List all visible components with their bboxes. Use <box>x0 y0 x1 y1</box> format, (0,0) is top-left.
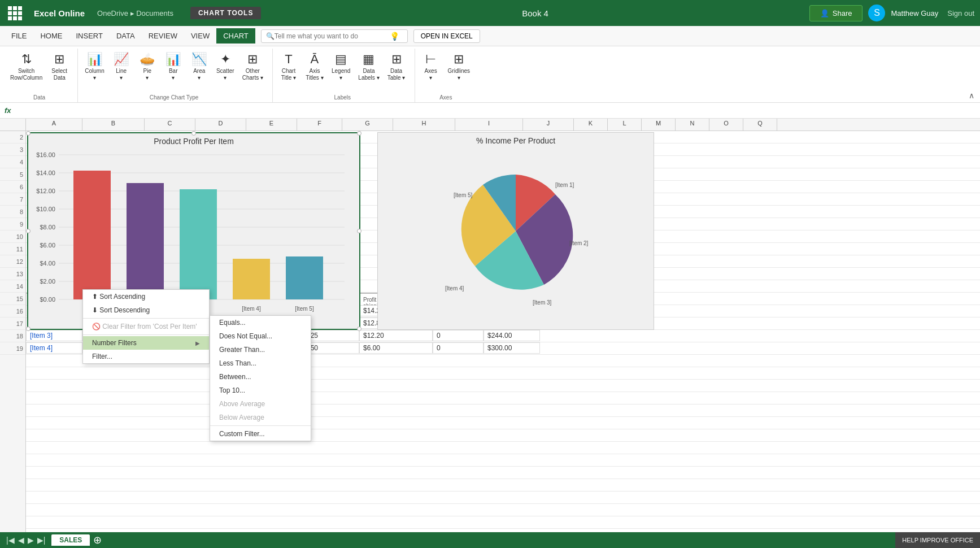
resize-handle-br[interactable] <box>357 327 361 331</box>
nav-first-button[interactable]: |◀ <box>6 536 15 545</box>
cell-item4-profit[interactable]: $6.00 <box>359 342 433 354</box>
col-header-f[interactable]: F <box>297 119 342 131</box>
ribbon-collapse-button[interactable]: ∧ <box>966 89 977 102</box>
row-18[interactable]: 18 <box>0 330 25 342</box>
greater-than-item[interactable]: Greater Than... <box>210 343 311 356</box>
chart-title-button[interactable]: T ChartTitle ▾ <box>276 50 301 84</box>
resize-handle-bl[interactable] <box>26 327 31 331</box>
resize-handle-ml[interactable] <box>26 229 31 233</box>
axes-button[interactable]: ⊢ Axes▾ <box>419 50 443 84</box>
data-labels-button[interactable]: ▦ DataLabels ▾ <box>355 50 382 84</box>
row-14[interactable]: 14 <box>0 280 25 293</box>
select-data-button[interactable]: ⊞ SelectData <box>47 50 72 84</box>
nav-prev-button[interactable]: ◀ <box>18 536 24 545</box>
number-filters-item[interactable]: Number Filters ▶ <box>83 336 209 350</box>
legend-button[interactable]: ▤ Legend▾ <box>328 50 354 84</box>
row-17[interactable]: 17 <box>0 318 25 330</box>
col-header-g[interactable]: G <box>342 119 393 131</box>
nav-next-button[interactable]: ▶ <box>28 536 34 545</box>
gridlines-button[interactable]: ⊞ Gridlines▾ <box>445 50 473 84</box>
col-header-c[interactable]: C <box>145 119 195 131</box>
resize-handle-tl[interactable] <box>26 131 31 136</box>
row-15[interactable]: 15 <box>0 293 25 305</box>
open-in-excel-button[interactable]: OPEN IN EXCEL <box>413 29 480 43</box>
row-2[interactable]: 2 <box>0 131 25 143</box>
row-13[interactable]: 13 <box>0 268 25 280</box>
menu-insert[interactable]: INSERT <box>69 28 109 44</box>
menu-data[interactable]: DATA <box>110 28 142 44</box>
sign-out-link[interactable]: Sign out <box>947 9 974 18</box>
pie-chart-container[interactable]: % Income Per Product <box>377 132 654 330</box>
row-7[interactable]: 7 <box>0 193 25 206</box>
area-chart-button[interactable]: 📉 Area▾ <box>187 50 212 84</box>
col-header-b[interactable]: B <box>82 119 145 131</box>
col-header-o[interactable]: O <box>709 119 743 131</box>
axis-titles-button[interactable]: Ā AxisTitles ▾ <box>302 50 327 84</box>
col-header-d[interactable]: D <box>195 119 246 131</box>
col-header-e[interactable]: E <box>246 119 297 131</box>
resize-handle-tm[interactable] <box>191 131 196 136</box>
switch-row-column-button[interactable]: ⇅ SwitchRow/Column <box>7 50 46 84</box>
help-improve-button[interactable]: HELP IMPROVE OFFICE <box>895 532 980 548</box>
cell-item4-income[interactable]: $300.00 <box>484 342 540 354</box>
top10-item[interactable]: Top 10... <box>210 384 311 397</box>
sales-sheet-tab[interactable]: SALES <box>51 534 90 546</box>
row-6[interactable]: 6 <box>0 181 25 193</box>
tell-me-box[interactable]: 🔍 💡 <box>261 29 408 43</box>
col-header-n[interactable]: N <box>676 119 709 131</box>
equals-item[interactable]: Equals... <box>210 316 311 329</box>
cell-item3-returns[interactable]: 0 <box>433 330 484 341</box>
col-header-l[interactable]: L <box>608 119 642 131</box>
col-header-q[interactable]: Q <box>743 119 777 131</box>
col-header-i[interactable]: I <box>455 119 523 131</box>
menu-file[interactable]: FILE <box>5 28 33 44</box>
bar-chart-button[interactable]: 📊 Bar▾ <box>161 50 186 84</box>
less-than-item[interactable]: Less Than... <box>210 356 311 370</box>
filter-item[interactable]: Filter... <box>83 350 209 363</box>
cells-area[interactable]: Product Profit Per Item $16.00 $14.00 $1… <box>26 131 980 548</box>
custom-filter-item[interactable]: Custom Filter... <box>210 427 311 441</box>
sort-ascending-item[interactable]: ⬆ Sort Ascending <box>83 290 209 303</box>
resize-handle-mr[interactable] <box>357 229 361 233</box>
cell-item3-income[interactable]: $244.00 <box>484 330 540 341</box>
waffle-menu[interactable] <box>6 4 24 22</box>
row-4[interactable]: 4 <box>0 156 25 168</box>
other-charts-button[interactable]: ⊞ OtherCharts ▾ <box>239 50 267 84</box>
nav-last-button[interactable]: ▶| <box>37 536 46 545</box>
add-sheet-button[interactable]: ⊕ <box>93 534 102 546</box>
row-11[interactable]: 11 <box>0 243 25 255</box>
menu-review[interactable]: REVIEW <box>142 28 184 44</box>
cell-item3-item[interactable]: [Item 3] <box>26 330 82 341</box>
menu-view[interactable]: VIEW <box>184 28 216 44</box>
menu-chart[interactable]: CHART <box>216 28 255 44</box>
col-header-k[interactable]: K <box>574 119 608 131</box>
tell-me-input[interactable] <box>275 32 387 40</box>
pie-chart-button[interactable]: 🥧 Pie▾ <box>135 50 160 84</box>
sort-descending-item[interactable]: ⬇ Sort Descending <box>83 303 209 317</box>
row-10[interactable]: 10 <box>0 230 25 243</box>
col-header-h[interactable]: H <box>393 119 455 131</box>
menu-home[interactable]: HOME <box>33 28 69 44</box>
col-header-m[interactable]: M <box>642 119 676 131</box>
column-chart-button[interactable]: 📊 Column▾ <box>81 50 107 84</box>
row-12[interactable]: 12 <box>0 255 25 268</box>
col-header-j[interactable]: J <box>523 119 574 131</box>
cell-item4-returns[interactable]: 0 <box>433 342 484 354</box>
does-not-equal-item[interactable]: Does Not Equal... <box>210 329 311 343</box>
skype-icon[interactable]: S <box>868 5 885 21</box>
row-8[interactable]: 8 <box>0 206 25 218</box>
resize-handle-tr[interactable] <box>357 131 361 136</box>
scatter-chart-button[interactable]: ✦ Scatter▾ <box>213 50 238 84</box>
row-3[interactable]: 3 <box>0 143 25 156</box>
row-5[interactable]: 5 <box>0 168 25 181</box>
cell-item3-profit[interactable]: $12.20 <box>359 330 433 341</box>
row-16[interactable]: 16 <box>0 305 25 318</box>
row-9[interactable]: 9 <box>0 218 25 230</box>
row-19[interactable]: 19 <box>0 342 25 355</box>
data-table-button[interactable]: ⊞ DataTable ▾ <box>384 50 409 84</box>
cell-item4-item[interactable]: [Item 4] <box>26 342 82 354</box>
line-chart-button[interactable]: 📈 Line▾ <box>109 50 134 84</box>
between-item[interactable]: Between... <box>210 370 311 384</box>
col-header-a[interactable]: A <box>26 119 82 131</box>
share-button[interactable]: 👤 Share <box>809 5 863 21</box>
